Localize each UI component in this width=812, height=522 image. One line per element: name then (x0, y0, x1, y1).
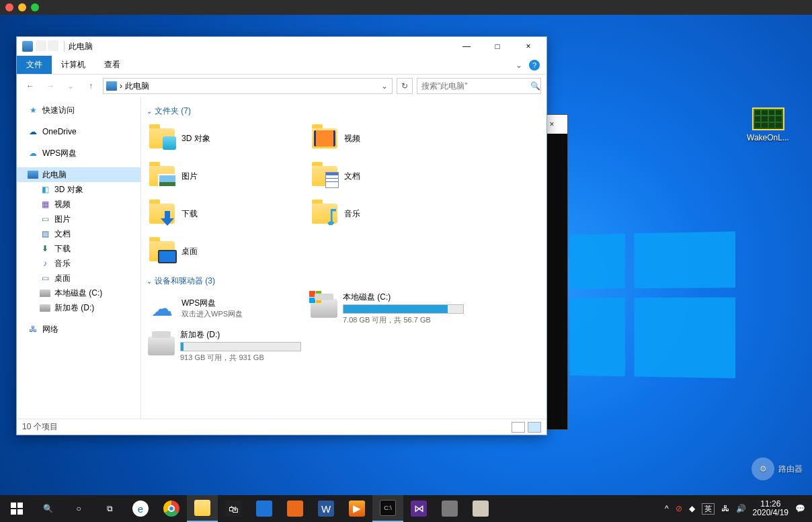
taskbar-vs[interactable]: ⋈ (403, 495, 434, 522)
folder-pictures[interactable]: 图片 (147, 159, 301, 193)
nav-videos[interactable]: ▦视频 (17, 197, 140, 212)
status-bar: 10 个项目 (17, 419, 546, 435)
taskbar-app-panel[interactable] (465, 495, 496, 522)
thispc-icon (106, 81, 117, 91)
system-tray[interactable]: ^ ⊘ ◆ 英 🖧 🔊 11:26 2020/4/19 💬 (659, 500, 811, 517)
quick-access-toolbar[interactable] (36, 40, 60, 53)
device-disk-c[interactable]: 本地磁盘 (C:)7.08 GB 可用，共 56.7 GB (309, 291, 464, 326)
taskbar-app-orange[interactable] (280, 495, 311, 522)
folder-music[interactable]: 音乐 (309, 196, 464, 231)
taskbar[interactable]: 🔍 ○ ⧉ e 🛍 W ▶ C:\ ⋈ ^ ⊘ ◆ 英 🖧 🔊 11:26 20… (0, 495, 812, 522)
taskbar-cmd[interactable]: C:\ (372, 495, 403, 522)
taskview-button[interactable]: ⧉ (94, 495, 125, 522)
refresh-button[interactable]: ↻ (397, 78, 413, 94)
folder-3dobjects[interactable]: 3D 对象 (147, 121, 301, 156)
tab-computer[interactable]: 计算机 (52, 56, 95, 74)
device-disk-d[interactable]: 新加卷 (D:)913 GB 可用，共 931 GB (147, 329, 301, 363)
mac-minimize-button[interactable] (18, 3, 26, 11)
taskbar-chrome[interactable] (156, 495, 187, 522)
close-button[interactable]: × (513, 37, 544, 56)
tray-ime[interactable]: 英 (702, 503, 715, 515)
address-path[interactable]: 此电脑 (122, 81, 152, 92)
folder-documents[interactable]: 文档 (309, 159, 464, 193)
tab-view[interactable]: 查看 (95, 56, 130, 74)
taskbar-app-word[interactable]: W (311, 495, 341, 522)
explorer-window: 此电脑 — □ × 文件 计算机 查看 ⌄ ? ← → ⌄ ↑ (16, 36, 547, 435)
recent-locations-button[interactable]: ⌄ (63, 78, 79, 94)
search-button[interactable]: 🔍 (32, 495, 63, 522)
nav-disk-d[interactable]: 新加卷 (D:) (17, 300, 140, 315)
nav-network[interactable]: 🖧网络 (17, 322, 140, 337)
watermark-icon: ⚙ (752, 458, 774, 480)
desktop-icon-label: WakeOnL... (743, 133, 793, 142)
taskbar-player[interactable]: ▶ (341, 495, 372, 522)
tray-clock[interactable]: 11:26 2020/4/19 (753, 500, 788, 517)
address-dropdown-icon[interactable]: ⌄ (377, 81, 392, 91)
start-button[interactable] (1, 495, 32, 522)
minimize-button[interactable]: — (451, 37, 482, 56)
folder-desktop[interactable]: 桌面 (147, 234, 301, 269)
tab-file[interactable]: 文件 (17, 56, 52, 74)
mac-close-button[interactable] (5, 3, 13, 11)
group-devices-header[interactable]: ⌄设备和驱动器 (3) (147, 275, 541, 287)
nav-onedrive[interactable]: ☁OneDrive (17, 124, 140, 139)
nav-downloads[interactable]: ⬇下载 (17, 241, 140, 256)
tray-app-icon[interactable]: ◆ (689, 504, 695, 513)
nav-thispc[interactable]: 此电脑 (17, 167, 140, 182)
tray-chevron-icon[interactable]: ^ (665, 504, 669, 513)
mac-zoom-button[interactable] (31, 3, 39, 11)
taskbar-app-blue[interactable] (249, 495, 280, 522)
taskbar-store[interactable]: 🛍 (218, 495, 249, 522)
taskbar-explorer[interactable] (187, 495, 218, 522)
tray-notifications-icon[interactable]: 💬 (795, 504, 805, 513)
nav-pictures[interactable]: ▭图片 (17, 212, 140, 226)
nav-documents[interactable]: ▤文档 (17, 226, 140, 241)
navigation-pane[interactable]: ★快速访问 ☁OneDrive ☁WPS网盘 此电脑 ◧3D 对象 ▦视频 ▭图… (17, 97, 141, 419)
windows-logo (569, 231, 742, 389)
chip-icon (752, 107, 784, 130)
item-count: 10 个项目 (22, 421, 58, 433)
tray-volume-icon[interactable]: 🔊 (736, 504, 746, 513)
nav-disk-c[interactable]: 本地磁盘 (C:) (17, 286, 140, 300)
group-folders-header[interactable]: ⌄文件夹 (7) (147, 105, 541, 117)
taskbar-app-grey[interactable] (434, 495, 465, 522)
cortana-button[interactable]: ○ (63, 495, 94, 522)
address-bar-row: ← → ⌄ ↑ › 此电脑 ⌄ ↻ 🔍 (17, 75, 546, 97)
windows-desktop[interactable]: WakeOnL... — □ × -1 此电脑 — □ × (0, 15, 812, 495)
nav-desktop[interactable]: ▭桌面 (17, 271, 140, 286)
thispc-icon (22, 41, 33, 52)
tray-security-icon[interactable]: ⊘ (676, 504, 682, 513)
desktop-icon-wakeonlan[interactable]: WakeOnL... (743, 107, 793, 142)
help-button[interactable]: ? (529, 60, 540, 71)
window-title: 此电脑 (69, 41, 93, 52)
ribbon: 文件 计算机 查看 ⌄ ? (17, 56, 546, 75)
content-pane[interactable]: ⌄文件夹 (7) 3D 对象 视频 图片 文档 下载 音乐 桌面 ⌄设备和驱动器… (141, 97, 546, 419)
taskbar-edge[interactable]: e (125, 495, 156, 522)
device-wps[interactable]: ☁ WPS网盘双击进入WPS网盘 (147, 291, 301, 326)
address-bar[interactable]: › 此电脑 ⌄ (103, 78, 393, 94)
view-details-button[interactable] (512, 422, 525, 433)
tray-network-icon[interactable]: 🖧 (721, 504, 729, 513)
view-tiles-button[interactable] (528, 422, 541, 433)
search-input[interactable] (417, 81, 526, 91)
cloud-icon: ☁ (149, 299, 175, 318)
forward-button[interactable]: → (42, 78, 58, 94)
ribbon-expand-icon[interactable]: ⌄ (516, 60, 522, 70)
watermark: ⚙ 路由器 (752, 458, 803, 480)
back-button[interactable]: ← (22, 78, 38, 94)
titlebar[interactable]: 此电脑 — □ × (17, 37, 546, 56)
nav-wps[interactable]: ☁WPS网盘 (17, 146, 140, 161)
nav-quick-access[interactable]: ★快速访问 (17, 103, 140, 118)
mac-titlebar (0, 0, 812, 15)
search-icon[interactable]: 🔍 (526, 81, 544, 91)
nav-3dobjects[interactable]: ◧3D 对象 (17, 182, 140, 197)
folder-downloads[interactable]: 下载 (147, 196, 301, 231)
search-box[interactable]: 🔍 (417, 78, 541, 94)
up-button[interactable]: ↑ (83, 78, 99, 94)
maximize-button[interactable]: □ (482, 37, 513, 56)
folder-videos[interactable]: 视频 (309, 121, 464, 156)
nav-music[interactable]: ♪音乐 (17, 256, 140, 271)
